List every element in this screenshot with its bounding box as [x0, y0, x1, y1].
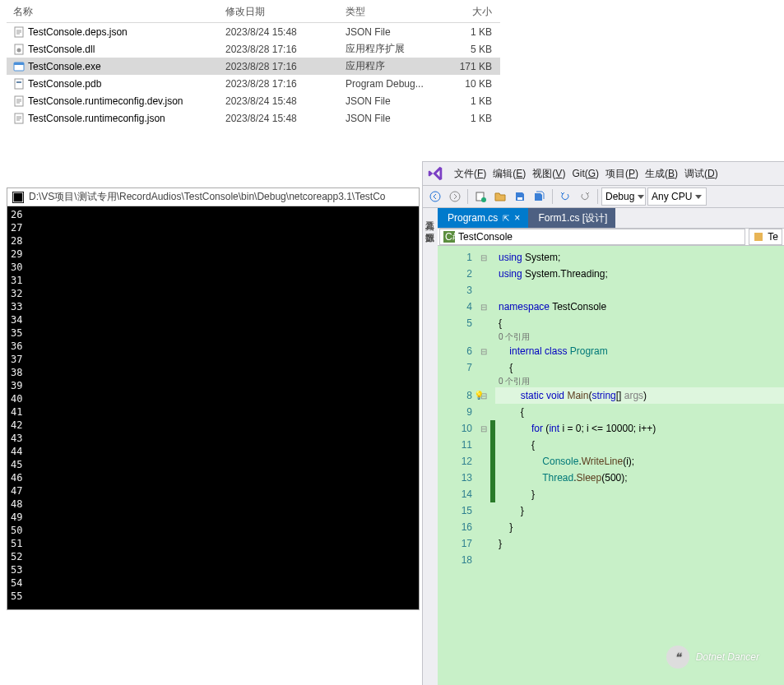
close-icon[interactable]: × [514, 212, 520, 224]
code-line[interactable]: for (int i = 0; i <= 10000; i++) [495, 420, 784, 437]
fold-handle [477, 266, 490, 282]
file-type: 应用程序 [342, 59, 433, 73]
fold-handle[interactable]: ⊟ [477, 299, 490, 315]
file-icon [13, 26, 25, 38]
configuration-combo[interactable]: Debug [601, 187, 646, 206]
code-line[interactable]: static void Main(string[] args) [495, 387, 784, 404]
code-line[interactable]: { [495, 437, 784, 453]
file-row[interactable]: TestConsole.exe2023/8/28 17:16应用程序171 KB [7, 58, 500, 75]
menu-item[interactable]: Git(G) [568, 164, 602, 183]
undo-button[interactable] [556, 187, 574, 206]
save-button[interactable] [511, 187, 529, 206]
wechat-icon: ❝ [666, 646, 689, 669]
code-line[interactable]: namespace TestConsole [495, 299, 784, 315]
code-line[interactable]: { [495, 359, 784, 376]
editor-tab[interactable]: Form1.cs [设计] [528, 208, 615, 228]
code-line[interactable] [495, 282, 784, 299]
svg-rect-4 [14, 62, 24, 65]
line-number: 1 [446, 249, 472, 266]
visual-studio-window[interactable]: 文件(F)编辑(E)视图(V)Git(G)项目(P)生成(B)调试(D) Deb… [422, 161, 784, 685]
redo-button[interactable] [576, 187, 594, 206]
menu-item[interactable]: 项目(P) [602, 164, 642, 183]
code-line[interactable]: } [495, 502, 784, 519]
open-button[interactable] [491, 187, 509, 206]
toolbox-tab[interactable]: 工具箱 [423, 211, 438, 218]
datasource-tab[interactable]: 数据源 [423, 223, 438, 229]
file-icon [13, 95, 25, 107]
menu-item[interactable]: 调试(D) [681, 164, 721, 183]
menu-item[interactable]: 视图(V) [529, 164, 568, 183]
svg-rect-11 [14, 192, 23, 201]
console-titlebar[interactable]: D:\VS项目\测试专用\RecordAudios\TestConsole\bi… [7, 188, 419, 206]
nav-back-button[interactable] [426, 187, 444, 206]
project-context-combo[interactable]: C# TestConsole [439, 229, 745, 245]
file-name: TestConsole.runtimeconfig.dev.json [28, 95, 183, 107]
fold-handle [477, 315, 490, 331]
menu-item[interactable]: 文件(F) [451, 164, 489, 183]
code-line[interactable]: } [495, 535, 784, 552]
file-date: 2023/8/28 17:16 [222, 61, 342, 72]
file-row[interactable]: TestConsole.dll2023/8/28 17:16应用程序扩展5 KB [7, 40, 500, 58]
svg-point-15 [481, 197, 486, 202]
col-header-date[interactable]: 修改日期 [222, 5, 342, 19]
platform-combo[interactable]: Any CPU [647, 187, 707, 206]
code-line[interactable]: } [495, 519, 784, 535]
line-number: 7 [446, 359, 472, 376]
editor-tab[interactable]: Program.cs⇱× [438, 208, 528, 228]
code-line[interactable]: internal class Program [495, 343, 784, 359]
col-header-type[interactable]: 类型 [342, 5, 433, 19]
menu-item[interactable]: 生成(B) [642, 164, 681, 183]
nav-fwd-button[interactable] [446, 187, 464, 206]
code-line[interactable]: Thread.Sleep(500); [495, 470, 784, 486]
code-line[interactable]: { [495, 404, 784, 420]
tab-label: Program.cs [448, 212, 498, 224]
svg-rect-6 [16, 81, 21, 83]
vs-menubar: 文件(F)编辑(E)视图(V)Git(G)项目(P)生成(B)调试(D) [423, 162, 784, 185]
class-icon [753, 231, 764, 243]
fold-handle [477, 282, 490, 299]
file-row[interactable]: TestConsole.runtimeconfig.json2023/8/24 … [7, 109, 500, 127]
file-type: 应用程序扩展 [342, 42, 433, 56]
console-output[interactable]: 26 27 28 29 30 31 32 33 34 35 36 37 38 3… [7, 206, 419, 609]
file-row[interactable]: TestConsole.deps.json2023/8/24 15:48JSON… [7, 23, 500, 40]
file-date: 2023/8/28 17:16 [222, 44, 342, 55]
type-context-combo[interactable]: Te [749, 229, 782, 245]
file-type: JSON File [342, 26, 433, 38]
file-name: TestConsole.dll [28, 44, 95, 55]
file-size: 10 KB [433, 78, 499, 90]
new-project-button[interactable] [471, 187, 489, 206]
fold-handle[interactable]: ⊟ [477, 343, 490, 359]
code-line[interactable]: using System.Threading; [495, 266, 784, 282]
file-size: 1 KB [433, 113, 499, 124]
code-line[interactable]: } [495, 486, 784, 502]
file-name: TestConsole.runtimeconfig.json [28, 113, 165, 124]
fold-handle[interactable]: ⊟ [477, 420, 490, 437]
file-row[interactable]: TestConsole.runtimeconfig.dev.json2023/8… [7, 92, 500, 109]
col-header-size[interactable]: 大小 [433, 5, 499, 19]
file-row[interactable]: TestConsole.pdb2023/8/28 17:16Program De… [7, 75, 500, 92]
codelens[interactable]: 0 个引用 [495, 376, 784, 387]
file-name: TestConsole.exe [28, 61, 101, 72]
file-date: 2023/8/24 15:48 [222, 26, 342, 38]
fold-handle [477, 519, 490, 535]
code-editor[interactable]: 123456789101112131415161718 ⊟⊟⊟⊟⊟ using … [438, 246, 784, 685]
vs-logo-icon [426, 164, 444, 183]
code-line[interactable]: { [495, 315, 784, 331]
fold-handle [477, 437, 490, 453]
col-header-name[interactable]: 名称 [10, 5, 222, 19]
fold-handle [477, 486, 490, 502]
file-icon [13, 44, 25, 55]
code-line[interactable] [495, 552, 784, 568]
pin-icon[interactable]: ⇱ [503, 214, 509, 223]
menu-item[interactable]: 编辑(E) [489, 164, 529, 183]
codelens[interactable]: 0 个引用 [495, 331, 784, 343]
save-all-button[interactable] [531, 187, 549, 206]
fold-handle[interactable]: ⊟ [477, 249, 490, 266]
console-icon [12, 192, 24, 203]
code-line[interactable]: Console.WriteLine(i); [495, 453, 784, 470]
line-number: 5 [446, 315, 472, 331]
code-line[interactable]: using System; [495, 249, 784, 266]
console-window[interactable]: D:\VS项目\测试专用\RecordAudios\TestConsole\bi… [7, 187, 420, 610]
file-size: 171 KB [433, 61, 499, 72]
watermark: ❝ Dotnet Dancer [666, 646, 759, 669]
